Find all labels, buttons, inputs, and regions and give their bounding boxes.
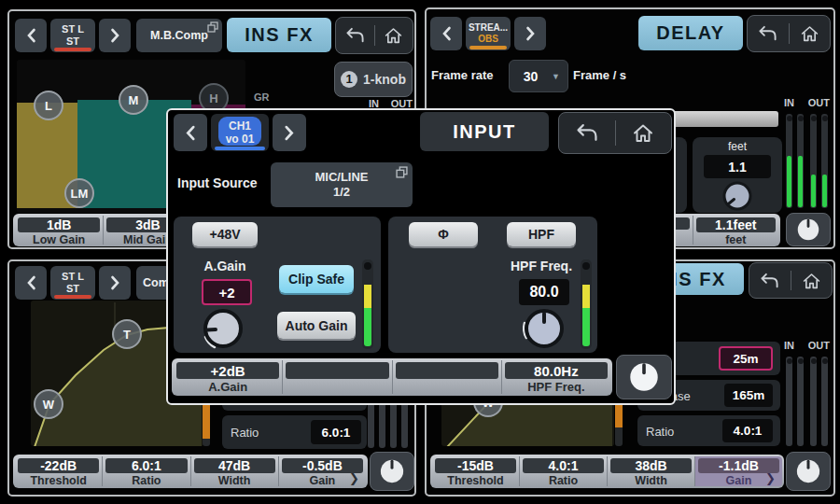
param-cell-gain[interactable]: -0.5dBGain❯ [278, 456, 366, 486]
channel-name-line1: CH1 [229, 119, 251, 133]
knob-icon [628, 361, 660, 393]
param-cell-hpf-freq[interactable]: 80.0HzHPF Freq. [501, 360, 610, 394]
io-labels: IN OUT [784, 340, 830, 351]
home-button[interactable] [791, 263, 833, 298]
ratio-value[interactable]: 6.0:1 [311, 420, 361, 444]
chevron-right-icon [284, 125, 295, 141]
prev-channel-button[interactable] [174, 114, 207, 151]
low-mid-crossover-handle[interactable]: LM [64, 178, 94, 208]
home-button[interactable] [790, 16, 831, 51]
one-knob-icon: 1 [341, 71, 357, 88]
analog-gain-knob[interactable] [200, 306, 246, 353]
threshold-handle[interactable]: T [112, 319, 142, 349]
knob-icon [795, 458, 821, 484]
undo-arrow-icon [344, 27, 366, 44]
channel-select-underline [215, 147, 265, 150]
delay-knob[interactable] [721, 180, 753, 212]
prev-channel-button[interactable] [15, 19, 47, 52]
home-button[interactable] [375, 18, 413, 53]
mid-gain-handle[interactable]: M [119, 85, 148, 115]
phase-button[interactable]: Φ [409, 222, 478, 246]
meter-in-l [786, 357, 792, 446]
home-button[interactable] [616, 113, 672, 153]
home-icon [802, 272, 821, 290]
param-cell-low-gain[interactable]: 1dBLow Gain [15, 216, 103, 245]
hpf-freq-knob[interactable] [521, 306, 567, 353]
feet-value[interactable]: 1.1 [704, 155, 771, 178]
param-cell[interactable] [392, 360, 501, 394]
input-source-line1: MIC/LINE [315, 170, 368, 185]
knob-assign-button[interactable] [786, 213, 831, 246]
hpf-button[interactable]: HPF [507, 222, 576, 246]
next-channel-button[interactable] [514, 17, 546, 50]
effect-type-button[interactable]: M.B.Comp [136, 19, 222, 52]
param-cell-delay-feet[interactable]: 1.1feetfeet [693, 216, 779, 245]
meter-in-l [786, 114, 792, 208]
next-channel-button[interactable] [273, 114, 306, 151]
clip-safe-button[interactable]: Clip Safe [279, 265, 354, 293]
param-cell-width[interactable]: 47dBWidth [190, 456, 278, 486]
param-cell[interactable] [282, 360, 391, 394]
channel-select-button[interactable]: ST L ST [50, 266, 95, 300]
input-source-button[interactable]: MIC/LINE 1/2 [271, 162, 413, 207]
ratio-label: Ratio [231, 426, 259, 440]
channel-select-button[interactable]: STREA... OBS [466, 17, 511, 50]
channel-select-button[interactable]: ST L ST [50, 19, 95, 52]
chevron-left-icon [441, 26, 452, 41]
one-knob-button[interactable]: 1 1-knob [334, 62, 413, 97]
channel-name-line2: ST [66, 283, 79, 295]
delay-feet-box: feet 1.1 [693, 137, 782, 213]
channel-name-line2: OBS [478, 34, 498, 45]
back-button[interactable] [749, 263, 791, 298]
back-home-bar [749, 262, 833, 299]
frame-rate-dropdown[interactable]: 30 ▼ [509, 60, 568, 92]
prev-channel-button[interactable] [15, 266, 47, 300]
back-button[interactable] [336, 18, 374, 53]
release-value[interactable]: 165m [724, 384, 773, 407]
undo-arrow-icon [757, 25, 778, 42]
input-source-label: Input Source [177, 175, 258, 190]
prev-channel-button[interactable] [430, 17, 462, 50]
param-cell-threshold[interactable]: -22dBThreshold [15, 456, 102, 486]
param-cell-ratio[interactable]: 4.0:1Ratio [519, 456, 607, 486]
auto-gain-button[interactable]: Auto Gain [277, 312, 356, 339]
home-icon [632, 122, 654, 144]
attack-value[interactable]: 25m [719, 346, 773, 371]
param-cell-ratio[interactable]: 6.0:1Ratio [102, 456, 189, 486]
back-button[interactable] [748, 16, 789, 51]
chevron-right-icon [110, 28, 120, 43]
chevron-left-icon [185, 125, 196, 141]
frame-unit-label: Frame / s [573, 68, 626, 82]
channel-select-button[interactable]: CH1 vo 01 [211, 114, 269, 151]
param-cell-again[interactable]: +2dBA.Gain [174, 360, 282, 394]
input-source-line2: 1/2 [333, 185, 350, 200]
param-bar: -15dBThreshold 4.0:1Ratio 38dBWidth -1.1… [430, 455, 784, 488]
knob-assign-button[interactable] [616, 355, 672, 399]
param-cell-gain-selected[interactable]: -1.1dBGain❯ [694, 456, 782, 486]
phantom-power-button[interactable]: +48V [192, 222, 258, 246]
next-channel-button[interactable] [99, 19, 131, 52]
frame-rate-label: Frame rate [431, 68, 493, 82]
hpf-freq-label: HPF Freq. [506, 259, 577, 273]
head-amp-box: +48V A.Gain +2 Clip Safe Auto Gain [174, 217, 381, 353]
low-gain-handle[interactable]: L [34, 91, 63, 120]
ratio-label: Ratio [646, 424, 674, 438]
param-cell-width[interactable]: 38dBWidth [607, 456, 694, 486]
gr-label: GR [254, 91, 270, 103]
back-button[interactable] [559, 113, 615, 153]
analog-gain-value[interactable]: +2 [202, 279, 252, 305]
ratio-value[interactable]: 4.0:1 [722, 419, 773, 442]
screen-title: DELAY [638, 16, 743, 50]
param-cell-threshold[interactable]: -15dBThreshold [432, 456, 519, 486]
meter-in-r [797, 357, 804, 446]
knob-assign-button[interactable] [786, 452, 831, 491]
back-home-bar [747, 15, 831, 52]
knob-assign-button[interactable] [370, 452, 414, 491]
chevron-left-icon [26, 28, 36, 43]
back-home-bar [558, 112, 672, 154]
home-icon [384, 26, 403, 45]
next-channel-button[interactable] [99, 266, 131, 300]
hpf-freq-value[interactable]: 80.0 [519, 279, 569, 305]
knob-icon [379, 458, 405, 484]
width-handle[interactable]: W [34, 389, 63, 419]
